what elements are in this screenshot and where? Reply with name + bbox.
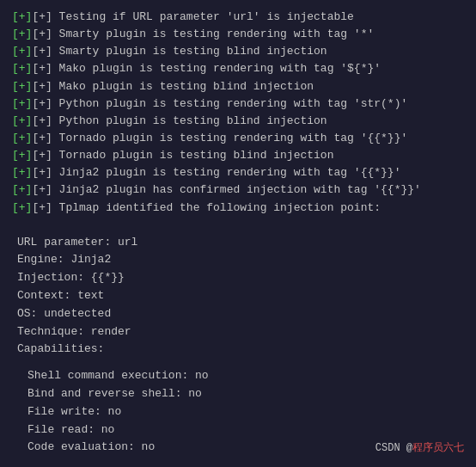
log-line-3: [+][+] Smarty plugin is testing blind in… [12,43,464,60]
cap-read: File read: no [15,421,464,439]
log-line-11: [+][+] Jinja2 plugin has confirmed injec… [12,181,464,199]
info-capabilities: Capabilities: [15,341,464,359]
log-line-4: [+][+] Mako plugin is testing rendering … [12,60,464,77]
info-context: Context: text [15,287,464,305]
log-lines: [+][+] Testing if URL parameter 'url' is… [12,9,464,217]
watermark: CSDN @程序员六七 [375,440,464,455]
injection-info: URL parameter: url Engine: Jinja2 Inject… [12,234,464,359]
cap-shell: Shell command execution: no [15,367,464,385]
cap-write: File write: no [15,403,464,421]
log-line-7: [+][+] Python plugin is testing blind in… [12,113,464,130]
terminal-window: [+][+] Testing if URL parameter 'url' is… [0,0,476,467]
cap-bind: Bind and reverse shell: no [15,385,464,403]
log-line-10: [+][+] Jinja2 plugin is testing renderin… [12,164,464,181]
log-line-12: [+][+] Tplmap identified the following i… [12,200,464,217]
info-injection: Injection: {{*}} [15,269,464,287]
log-line-9: [+][+] Tornado plugin is testing blind i… [12,147,464,164]
watermark-author: 程序员六七 [412,442,464,454]
info-technique: Technique: render [15,323,464,341]
info-url: URL parameter: url [15,234,464,252]
log-line-5: [+][+] Mako plugin is testing blind inje… [12,78,464,95]
log-line-1: [+][+] Testing if URL parameter 'url' is… [12,9,464,26]
log-line-8: [+][+] Tornado plugin is testing renderi… [12,130,464,147]
watermark-prefix: CSDN @ [375,442,412,454]
log-line-2: [+][+] Smarty plugin is testing renderin… [12,26,464,43]
info-engine: Engine: Jinja2 [15,251,464,269]
info-os: OS: undetected [15,305,464,323]
log-line-6: [+][+] Python plugin is testing renderin… [12,95,464,113]
